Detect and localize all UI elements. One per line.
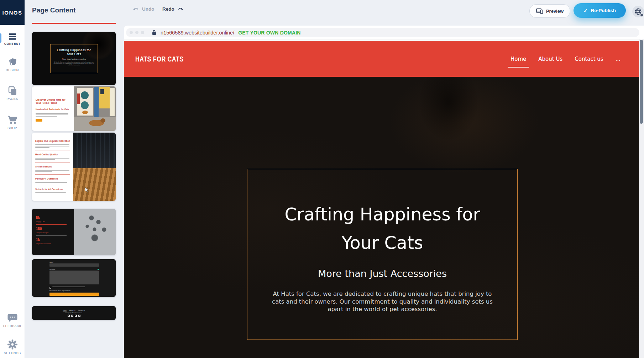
- section-thumb-footer[interactable]: Home About Us Contact us ©Copyright. All…: [32, 306, 116, 320]
- content-icon: [8, 33, 17, 41]
- instagram-icon: [78, 315, 80, 317]
- scrollbar-thumb[interactable]: [640, 40, 643, 124]
- pages-icon: [7, 86, 17, 96]
- hero-content-box[interactable]: Crafting Happiness for Your Cats More th…: [247, 169, 518, 340]
- twitter-icon: [71, 315, 73, 317]
- thumb-title2: Your Cats: [67, 52, 81, 56]
- redo-label: Redo: [162, 6, 174, 12]
- hero-title[interactable]: Crafting Happiness for Your Cats: [247, 201, 517, 257]
- sidebar-item-design[interactable]: DESIGN: [0, 57, 25, 72]
- feature-heading: Explore Our Exquisite Collection: [35, 140, 71, 142]
- site-header[interactable]: HATS FOR CATS Home About Us Contact us .…: [124, 41, 639, 77]
- nav-item-about[interactable]: About Us: [538, 54, 563, 64]
- hero-subtitle[interactable]: More than Just Accessories: [247, 267, 517, 280]
- check-icon: ✓: [583, 8, 588, 14]
- thumb-subtitle: More than Just Accessories: [51, 58, 98, 60]
- sidebar-item-label: CONTENT: [0, 42, 25, 46]
- thumb-title: Crafting Happiness for: [57, 48, 91, 52]
- sidebar-item-label: SETTINGS: [0, 351, 25, 355]
- hero-title-line1: Crafting Happiness for: [284, 204, 480, 225]
- sidebar-item-label: FEEDBACK: [0, 324, 25, 328]
- facebook-icon: [68, 315, 70, 317]
- sidebar-item-content[interactable]: CONTENT: [0, 33, 25, 46]
- settings-gear-icon: [7, 339, 18, 350]
- sidebar-item-pages[interactable]: PAGES: [0, 86, 25, 101]
- sidebar-item-label: DESIGN: [0, 68, 25, 72]
- undo-icon: [133, 7, 139, 12]
- thumb-body-lines: [36, 113, 68, 117]
- stat-value: 5k: [36, 216, 74, 220]
- lock-icon: [152, 30, 157, 36]
- section-thumb-stats[interactable]: 5k Happy Cats 150 Unique Designs 1k Repe…: [32, 209, 116, 255]
- active-nav-indicator: [0, 33, 1, 43]
- app-root: IONOS CONTENT DESIGN PAGES: [0, 0, 644, 358]
- thumb-subheading: Handcrafted Exclusively for Cats: [36, 108, 70, 110]
- preview-browser-bar: n1566589.websitebuilder.online/ GET YOUR…: [124, 26, 644, 39]
- section-thumb-intro[interactable]: Discover Unique Hats for Your Feline Fri…: [32, 86, 116, 131]
- preview-scrollbar[interactable]: [639, 39, 644, 358]
- section-thumb-contact-form[interactable]: Name* Message Please fill in all the req…: [32, 259, 116, 297]
- republish-label: Re-Publish: [591, 8, 616, 13]
- redo-button[interactable]: Redo: [162, 6, 184, 12]
- features-list: Explore Our Exquisite Collection Hand-Cr…: [35, 133, 71, 194]
- form-name-label: Name*: [49, 261, 99, 263]
- sidebar-item-feedback[interactable]: FEEDBACK: [0, 313, 25, 328]
- footer-social-icons: [32, 315, 116, 317]
- page-content-panel: Page Content Crafting Happiness for Your…: [25, 0, 124, 358]
- field-status-icon: [98, 269, 99, 270]
- sidebar-item-shop[interactable]: SHOP: [0, 115, 25, 130]
- window-dot: [135, 31, 138, 34]
- devices-icon: [536, 8, 543, 14]
- thumb-body-text: At Hats for Cats, we are dedicated to cr…: [53, 62, 95, 66]
- window-dot: [130, 31, 133, 34]
- hero-section[interactable]: Crafting Happiness for Your Cats More th…: [124, 77, 639, 358]
- shop-cart-icon: [7, 115, 18, 125]
- ionos-logo[interactable]: IONOS: [0, 0, 25, 25]
- stat-label: Unique Designs: [36, 231, 74, 234]
- preview-button[interactable]: Preview: [529, 4, 570, 18]
- nav-item-contact[interactable]: Contact us: [574, 54, 604, 64]
- language-globe-button[interactable]: [632, 6, 644, 17]
- hero-title-line2: Your Cats: [341, 233, 423, 253]
- site-url: n1566589.websitebuilder.online/: [161, 30, 234, 36]
- form-submit-button: [49, 293, 99, 296]
- design-icon: [7, 57, 17, 67]
- section-thumb-hero[interactable]: Crafting Happiness for Your Cats More th…: [32, 32, 116, 85]
- hero-thumb-box: Crafting Happiness for Your Cats More th…: [50, 44, 98, 73]
- stat-value: 1k: [36, 238, 74, 242]
- thumb-cta-button: [36, 119, 42, 122]
- feature-heading: Suitable for All Occasions: [35, 188, 71, 191]
- sidebar-item-label: PAGES: [0, 97, 25, 101]
- linkedin-icon: [75, 315, 77, 317]
- feedback-bubble-icon: [7, 313, 18, 323]
- thumb-heading: Discover Unique Hats for Your Feline Fri…: [36, 98, 70, 105]
- hero-body-text[interactable]: At Hats for Cats, we are dedicated to cr…: [268, 290, 497, 313]
- feature-heading: Perfect Fit Guarantee: [35, 177, 71, 180]
- form-name-input: [49, 263, 99, 267]
- form-consent-row: [49, 287, 99, 289]
- form-message-textarea: [49, 271, 99, 284]
- street-cat-photo: [74, 86, 116, 131]
- icon-sidebar: IONOS CONTENT DESIGN PAGES: [0, 0, 25, 358]
- site-logo[interactable]: HATS FOR CATS: [135, 41, 184, 77]
- checkbox-icon: [49, 287, 51, 289]
- stat-label: Happy Cats: [36, 220, 74, 223]
- sidebar-item-settings[interactable]: SETTINGS: [0, 339, 25, 355]
- feature-heading: Stylish Designs: [35, 165, 71, 168]
- feature-heading: Hand-Crafted Quality: [35, 153, 71, 156]
- section-thumb-features[interactable]: Explore Our Exquisite Collection Hand-Cr…: [32, 133, 116, 201]
- undo-button[interactable]: Undo: [133, 6, 155, 12]
- mouse-cursor: [84, 187, 89, 193]
- stat-value: 150: [36, 227, 74, 231]
- tabby-cat-photo: [73, 133, 116, 201]
- notification-dot: [640, 14, 643, 17]
- stat-label: Repeat Customers: [36, 242, 74, 245]
- footer-thumb-nav: Home About Us Contact us: [32, 309, 116, 311]
- nav-item-home[interactable]: Home: [510, 54, 527, 64]
- panel-title: Page Content: [32, 6, 75, 14]
- get-domain-link[interactable]: GET YOUR OWN DOMAIN: [238, 30, 300, 36]
- nav-item-more[interactable]: ...: [615, 54, 621, 64]
- republish-button[interactable]: ✓ Re-Publish: [574, 3, 626, 18]
- sidebar-item-label: SHOP: [0, 126, 25, 130]
- window-dot: [141, 31, 144, 34]
